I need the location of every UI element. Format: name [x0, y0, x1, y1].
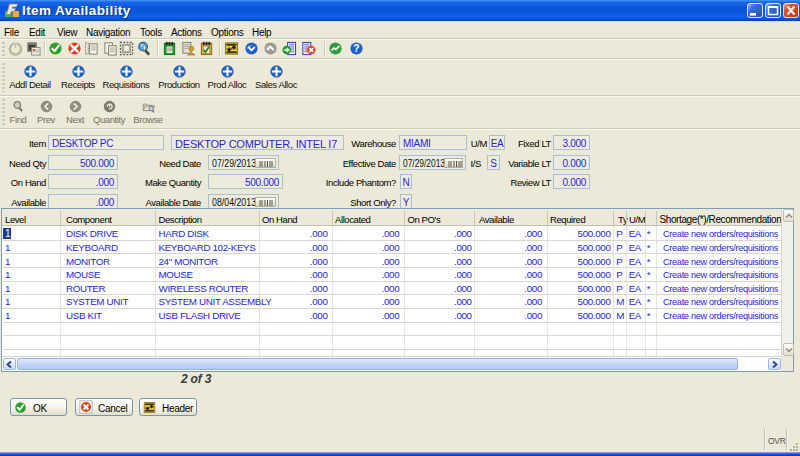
svg-text:?: ? [353, 43, 359, 54]
